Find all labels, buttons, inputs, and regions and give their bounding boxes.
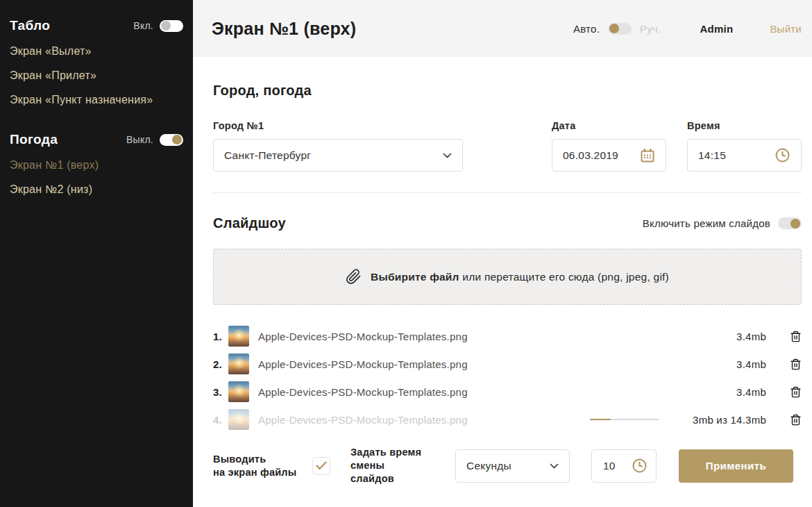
toggle-knob-icon	[172, 135, 182, 144]
date-input[interactable]	[563, 149, 640, 162]
interval-unit-value: Секунды	[466, 460, 511, 472]
file-row: 2. Apple-Devices-PSD-Mockup-Templates.pn…	[213, 350, 802, 378]
username[interactable]: Admin	[700, 23, 734, 35]
slideshow-toggle-group: Включить режим слайдов	[643, 217, 802, 229]
slideshow-mode-toggle[interactable]	[778, 217, 802, 229]
file-name: Apple-Devices-PSD-Mockup-Templates.png	[258, 331, 468, 342]
trash-icon[interactable]	[790, 358, 802, 371]
file-thumbnail	[228, 381, 249, 402]
weather-toggle-label: Выкл.	[126, 134, 153, 145]
time-label: Время	[687, 120, 802, 131]
section-divider	[213, 192, 802, 193]
city-field-group: Город №1 Санкт-Петербург	[213, 120, 463, 172]
mode-manual-label[interactable]: Руч.	[640, 23, 661, 35]
sidebar-section-tablo-header: Табло Вкл.	[10, 17, 183, 34]
city-select[interactable]: Санкт-Петербург	[213, 139, 463, 172]
mode-toggle[interactable]	[608, 23, 632, 35]
main-area: Экран №1 (верх) Авто. Руч. Admin Выйти Г…	[193, 0, 812, 507]
toggle-knob-icon	[609, 24, 619, 33]
city-weather-form: Город №1 Санкт-Петербург Дата	[213, 120, 802, 172]
content: Город, погода Город №1 Санкт-Петербург Д…	[193, 57, 812, 485]
sidebar: Табло Вкл. Экран «Вылет» Экран «Прилет» …	[0, 0, 193, 507]
slideshow-heading: Слайдшоу	[213, 215, 286, 231]
page-title: Экран №1 (верх)	[212, 19, 356, 39]
interval-unit-select[interactable]: Секунды	[455, 449, 570, 483]
sidebar-item-arrival[interactable]: Экран «Прилет»	[10, 63, 183, 88]
time-input[interactable]	[698, 149, 775, 162]
file-row: 3. Apple-Devices-PSD-Mockup-Templates.pn…	[213, 378, 802, 406]
file-number: 1.	[213, 331, 228, 342]
chevron-down-icon	[443, 153, 452, 158]
clock-icon	[632, 458, 648, 474]
tablo-toggle-group: Вкл.	[133, 20, 183, 32]
tablo-toggle[interactable]	[160, 20, 183, 32]
sidebar-item-screen1-top[interactable]: Экран №1 (верх)	[10, 153, 183, 177]
file-size: 3.4mb	[677, 386, 766, 398]
weather-toggle[interactable]	[160, 134, 183, 146]
interval-value-wrap	[591, 449, 657, 483]
interval-value-input[interactable]	[603, 460, 632, 472]
sidebar-item-destination[interactable]: Экран «Пункт назначения»	[10, 88, 183, 112]
apply-button[interactable]: Применить	[679, 449, 793, 483]
mode-auto-label[interactable]: Авто.	[573, 23, 600, 35]
dropzone-hint: или перетащите его сюда (png, jpeg, gif)	[459, 271, 669, 283]
file-thumbnail	[228, 326, 249, 347]
file-name: Apple-Devices-PSD-Mockup-Templates.png	[258, 358, 468, 370]
file-row-uploading: 4. Apple-Devices-PSD-Mockup-Templates.pn…	[213, 406, 802, 433]
tablo-toggle-label: Вкл.	[133, 20, 153, 31]
file-number: 3.	[213, 386, 228, 398]
calendar-icon[interactable]	[640, 148, 655, 163]
dropzone-action[interactable]: Выбирите файл	[371, 271, 459, 283]
sidebar-nav-tablo: Экран «Вылет» Экран «Прилет» Экран «Пунк…	[10, 39, 183, 112]
sidebar-nav-weather: Экран №1 (верх) Экран №2 (низ)	[10, 153, 183, 201]
dropzone-text: Выбирите файл или перетащите его сюда (p…	[371, 271, 669, 283]
file-number: 2.	[213, 358, 228, 370]
trash-icon[interactable]	[790, 385, 802, 399]
date-input-wrap	[552, 139, 666, 172]
logout-link[interactable]: Выйти	[770, 23, 802, 35]
output-files-checkbox[interactable]	[312, 457, 330, 475]
file-number: 4.	[213, 414, 228, 426]
file-dropzone[interactable]: Выбирите файл или перетащите его сюда (p…	[213, 249, 802, 305]
upload-progress-bar	[590, 419, 659, 420]
date-label: Дата	[552, 120, 666, 131]
sidebar-section-title-tablo: Табло	[10, 18, 50, 33]
time-input-wrap	[687, 139, 802, 172]
header-controls: Авто. Руч. Admin Выйти	[573, 23, 802, 35]
slideshow-settings-bar: Выводить на экран файлы Задать время сме…	[213, 446, 802, 485]
paperclip-icon	[346, 269, 362, 285]
sidebar-item-departure[interactable]: Экран «Вылет»	[10, 39, 183, 63]
upload-progress-fill	[590, 419, 611, 420]
file-name: Apple-Devices-PSD-Mockup-Templates.png	[258, 414, 468, 426]
city-weather-heading: Город, погода	[213, 83, 802, 99]
slideshow-toggle-label: Включить режим слайдов	[643, 217, 770, 229]
file-thumbnail	[228, 354, 249, 374]
sidebar-item-screen2-bottom[interactable]: Экран №2 (низ)	[10, 177, 183, 201]
trash-icon[interactable]	[790, 330, 802, 343]
file-size: 3.4mb	[677, 358, 766, 370]
toggle-knob-icon	[790, 219, 800, 228]
chevron-down-icon	[550, 463, 559, 469]
file-thumbnail	[228, 409, 249, 430]
slideshow-heading-row: Слайдшоу Включить режим слайдов	[213, 215, 802, 231]
date-field-group: Дата	[552, 120, 666, 172]
city-label: Город №1	[213, 120, 463, 131]
file-row: 1. Apple-Devices-PSD-Mockup-Templates.pn…	[213, 322, 802, 350]
checkmark-icon	[316, 461, 327, 470]
file-size: 3.4mb	[677, 331, 766, 342]
toggle-knob-icon	[161, 21, 171, 31]
city-select-value: Санкт-Петербург	[224, 149, 311, 162]
sidebar-section-title-weather: Погода	[10, 132, 58, 147]
trash-icon[interactable]	[790, 413, 802, 426]
app-root: Табло Вкл. Экран «Вылет» Экран «Прилет» …	[0, 0, 812, 507]
sidebar-section-weather-header: Погода Выкл.	[10, 131, 183, 148]
weather-toggle-group: Выкл.	[126, 134, 183, 146]
file-name: Apple-Devices-PSD-Mockup-Templates.png	[258, 386, 468, 398]
file-upload-status: 3mb из 14.3mb	[677, 414, 766, 426]
file-list: 1. Apple-Devices-PSD-Mockup-Templates.pn…	[213, 322, 802, 433]
clock-icon[interactable]	[775, 147, 790, 163]
page-header: Экран №1 (верх) Авто. Руч. Admin Выйти	[193, 0, 812, 57]
interval-label: Задать время смены слайдов	[350, 446, 455, 485]
output-files-label: Выводить на экран файлы	[213, 453, 312, 479]
time-field-group: Время	[687, 120, 802, 172]
